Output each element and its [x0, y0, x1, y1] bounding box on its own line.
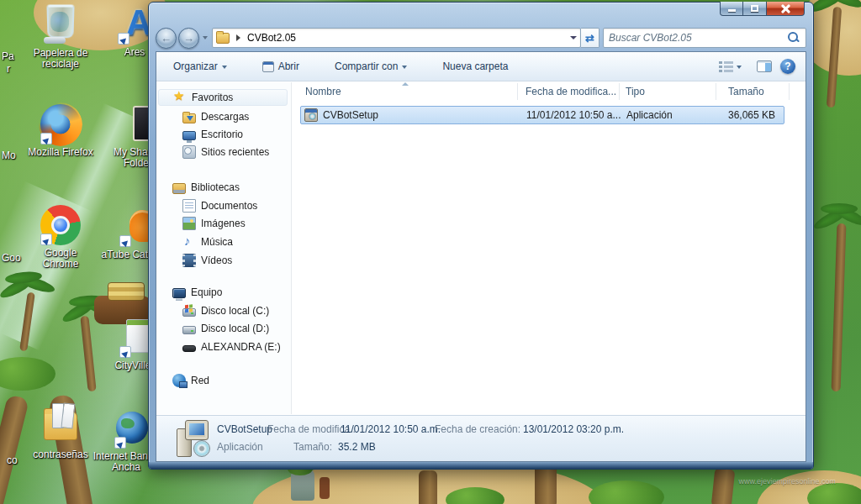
- sidebar-item-label: Red: [191, 375, 209, 386]
- details-file-name: CVBotSetup: [217, 423, 272, 435]
- navigation-bar: ← → CVBot2.05 ⇄: [156, 26, 806, 50]
- details-file-type: Aplicación: [217, 441, 263, 453]
- chevron-down-icon: [222, 66, 227, 69]
- sidebar-item-local-disk-d[interactable]: Disco local (D:): [158, 320, 288, 337]
- details-created-label: Fecha de creación:: [435, 423, 520, 435]
- sidebar-item-local-disk-c[interactable]: Disco local (C:): [158, 302, 288, 319]
- system-drive-icon: [182, 308, 196, 317]
- open-button[interactable]: Abrir: [256, 57, 306, 76]
- address-bar[interactable]: CVBot2.05: [212, 28, 581, 48]
- shortcut-arrow-icon: [119, 235, 131, 247]
- sidebar-item-libraries[interactable]: Bibliotecas: [158, 179, 288, 196]
- file-row-selected[interactable]: CVBotSetup 11/01/2012 10:50 a... Aplicac…: [300, 106, 784, 124]
- column-divider[interactable]: [619, 83, 620, 100]
- preview-pane-button[interactable]: [757, 60, 772, 72]
- sidebar-item-label: Imágenes: [201, 218, 246, 229]
- search-input[interactable]: [604, 32, 787, 44]
- minimize-button[interactable]: [720, 2, 743, 16]
- maximize-button[interactable]: [743, 2, 766, 16]
- monitor-icon: [182, 131, 196, 140]
- shortcut-arrow-icon: [119, 346, 131, 358]
- new-folder-button[interactable]: Nueva carpeta: [436, 57, 515, 76]
- refresh-button[interactable]: ⇄: [581, 28, 600, 48]
- computer-icon: [172, 288, 186, 298]
- shortcut-arrow-icon: [40, 234, 52, 245]
- sidebar-item-label: Bibliotecas: [191, 181, 240, 193]
- explorer-window: ← → CVBot2.05 ⇄ Organizar Abrir: [148, 2, 814, 470]
- recent-places-icon: [182, 145, 196, 159]
- sidebar-item-label: Escritorio: [201, 129, 243, 140]
- organize-button[interactable]: Organizar: [166, 57, 234, 76]
- search-box[interactable]: [603, 28, 806, 48]
- share-button[interactable]: Compartir con: [328, 57, 414, 76]
- close-button[interactable]: [766, 2, 805, 16]
- desktop-icon-label: Papelera de reciclaje: [25, 48, 96, 70]
- sidebar-item-documents[interactable]: Documentos: [158, 197, 288, 214]
- folder-icon: [40, 407, 81, 447]
- sidebar-item-label: Disco local (D:): [201, 323, 269, 334]
- sidebar-item-downloads[interactable]: Descargas: [158, 108, 288, 125]
- partial-desktop-label: Pa: [2, 51, 24, 62]
- sidebar-item-recent-places[interactable]: Sitios recientes: [158, 144, 288, 160]
- back-button[interactable]: ←: [156, 28, 177, 49]
- recent-pages-dropdown[interactable]: [203, 36, 208, 39]
- column-header-type[interactable]: Tipo: [626, 86, 645, 97]
- cityville-icon: [113, 318, 153, 358]
- forward-button[interactable]: →: [178, 28, 199, 49]
- sidebar-item-label: Sitios recientes: [201, 146, 269, 158]
- column-header-modified[interactable]: Fecha de modifica...: [526, 86, 616, 97]
- sidebar-item-music[interactable]: Música: [158, 234, 288, 250]
- sidebar-item-label: Equipo: [191, 286, 222, 298]
- column-header-size[interactable]: Tamaño: [728, 86, 764, 97]
- breadcrumb-folder[interactable]: CVBot2.05: [247, 32, 296, 44]
- desktop-icon-firefox[interactable]: Mozilla Firefox: [25, 104, 96, 158]
- details-size-label: Tamaño:: [293, 441, 332, 453]
- sidebar-item-desktop[interactable]: Escritorio: [158, 126, 288, 143]
- removable-drive-icon: [182, 345, 196, 352]
- details-modified-value: 11/01/2012 10:50 a.m.: [341, 423, 441, 435]
- file-type: Aplicación: [626, 109, 673, 121]
- sidebar-item-computer[interactable]: Equipo: [158, 284, 288, 301]
- sidebar-item-favorites[interactable]: Favoritos: [158, 89, 288, 106]
- new-folder-label: Nueva carpeta: [442, 60, 508, 72]
- palm-trunk: [419, 470, 437, 504]
- close-icon: [781, 4, 790, 13]
- file-list: Nombre Fecha de modifica... Tipo Tamaño …: [293, 82, 806, 414]
- details-size-value: 35.2 MB: [338, 441, 376, 453]
- change-view-button[interactable]: [712, 57, 748, 76]
- chrome-icon: [40, 205, 81, 245]
- column-divider[interactable]: [517, 83, 518, 100]
- desktop-icon-passwords[interactable]: contraseñas: [25, 407, 96, 460]
- column-headers: Nombre Fecha de modifica... Tipo Tamaño: [293, 82, 806, 101]
- sidebar-item-network[interactable]: Red: [158, 372, 288, 389]
- sidebar-item-videos[interactable]: Vídeos: [158, 252, 288, 269]
- documents-icon: [182, 199, 196, 213]
- column-divider[interactable]: [716, 83, 716, 100]
- file-name: CVBotSetup: [323, 109, 378, 121]
- address-dropdown-icon[interactable]: [570, 36, 577, 39]
- downloads-folder-icon: [182, 113, 196, 123]
- help-icon: ?: [784, 60, 790, 72]
- minimize-icon: [728, 9, 736, 12]
- sidebar-item-label: Vídeos: [201, 255, 232, 266]
- ship-sail: [108, 282, 145, 301]
- column-divider[interactable]: [789, 83, 790, 100]
- desktop-icon-recycle-bin[interactable]: Papelera de reciclaje: [25, 5, 96, 70]
- window-bottom-frame: [149, 462, 813, 469]
- list-view-icon: [719, 60, 733, 72]
- navigation-pane: Favoritos Descargas Escritorio Sitios re…: [156, 82, 292, 414]
- music-note-icon: [182, 235, 196, 249]
- shortcut-arrow-icon: [118, 33, 129, 45]
- desktop-icon-chrome[interactable]: Google Chrome: [25, 205, 96, 270]
- partial-desktop-label: Goo: [2, 253, 27, 264]
- sidebar-item-alexandra-e[interactable]: ALEXANDRA (E:): [158, 339, 288, 355]
- desktop-icon-label: contraseñas: [25, 449, 96, 460]
- partial-desktop-label: r: [7, 64, 24, 75]
- game-character: [320, 477, 330, 499]
- open-app-icon: [262, 61, 274, 72]
- column-header-name[interactable]: Nombre: [305, 86, 341, 97]
- breadcrumb-separator-icon: [236, 34, 240, 41]
- sidebar-item-pictures[interactable]: Imágenes: [158, 215, 288, 232]
- drive-icon: [182, 326, 196, 334]
- help-button[interactable]: ?: [780, 59, 795, 74]
